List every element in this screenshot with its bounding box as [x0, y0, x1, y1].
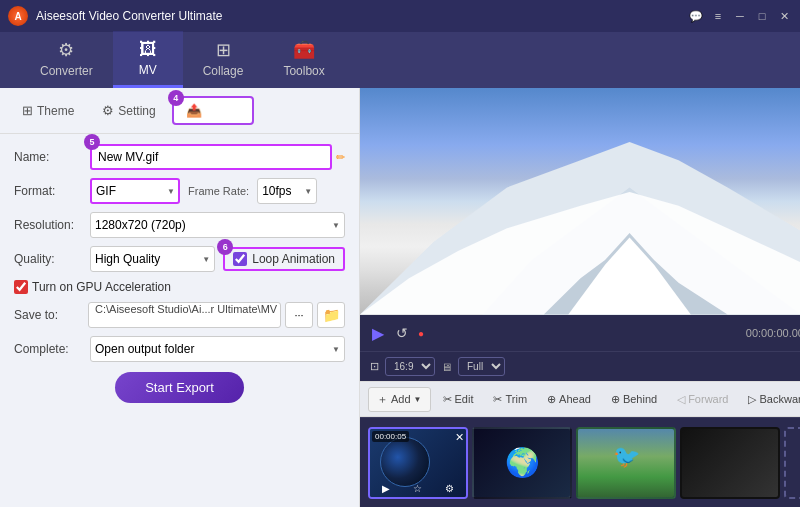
- quality-row: Quality: High Quality Medium Quality Low…: [14, 246, 345, 272]
- quality-select-wrapper: High Quality Medium Quality Low Quality: [90, 246, 215, 272]
- trim-button[interactable]: ✂ Trim: [485, 389, 535, 410]
- loop-step-badge: 6: [217, 239, 233, 255]
- filmstrip: 00:00:05 ✕ ▶ ☆ ⚙ 🌍 🐦: [360, 417, 800, 507]
- display-select[interactable]: Full Fit: [458, 357, 505, 376]
- tab-collage[interactable]: ⊞ Collage: [183, 31, 264, 88]
- loop-animation-wrapper: 6 Loop Animation: [223, 247, 345, 271]
- thumb-bg-4: [682, 429, 778, 497]
- fps-select[interactable]: 10fps 15fps 24fps 30fps: [257, 178, 317, 204]
- form-area: Name: 5 ✏ Format: GIF MP4 AVI MO: [0, 134, 359, 507]
- sub-tab-theme-wrapper: ⊞ Theme: [10, 98, 86, 123]
- ratio-select[interactable]: 16:9 4:3 1:1: [385, 357, 435, 376]
- browse-dots-button[interactable]: ···: [285, 302, 313, 328]
- loop-animation-text: Loop Animation: [252, 252, 335, 266]
- collage-icon: ⊞: [216, 39, 231, 61]
- format-row: Format: GIF MP4 AVI MOV Frame Rate: 10f: [14, 178, 345, 204]
- add-icon: ＋: [377, 392, 388, 407]
- video-controls: ▶ ↺ ● 00:00:00.00/00:01:40.16 🔊: [360, 315, 800, 351]
- thumbnail-1[interactable]: 00:00:05 ✕ ▶ ☆ ⚙: [368, 427, 468, 499]
- thumb-close-1[interactable]: ✕: [455, 431, 464, 444]
- sub-tab-setting[interactable]: ⚙ Setting: [90, 98, 167, 123]
- thumbnail-2[interactable]: 🌍: [472, 427, 572, 499]
- sub-tab-setting-wrapper: ⚙ Setting: [90, 98, 167, 123]
- converter-icon: ⚙: [58, 39, 74, 61]
- name-label: Name:: [14, 150, 84, 164]
- add-media-placeholder[interactable]: ＋: [784, 427, 800, 499]
- tab-converter[interactable]: ⚙ Converter: [20, 31, 113, 88]
- edit-label: Edit: [455, 393, 474, 405]
- loop-animation-checkbox[interactable]: [233, 252, 247, 266]
- video-controls2: ⊡ 16:9 4:3 1:1 🖥 Full Fit Start Export: [360, 351, 800, 381]
- complete-select[interactable]: Open output folder Do nothing Shut down: [90, 336, 345, 362]
- gpu-row: Turn on GPU Acceleration: [14, 280, 345, 294]
- minimize-button[interactable]: ─: [732, 8, 748, 24]
- mountain-svg: [360, 133, 800, 315]
- sub-tab-export-label: Export: [206, 104, 241, 118]
- forward-button[interactable]: ◁ Forward: [669, 389, 736, 410]
- edit-name-icon[interactable]: ✏: [336, 151, 345, 164]
- ahead-button[interactable]: ⊕ Ahead: [539, 389, 599, 410]
- gpu-label[interactable]: Turn on GPU Acceleration: [14, 280, 171, 294]
- format-select-wrapper: GIF MP4 AVI MOV: [90, 178, 180, 204]
- tab-toolbox[interactable]: 🧰 Toolbox: [263, 31, 344, 88]
- right-panel: Aiseesoft ▶ ↺ ● 00:00:00.00/00:01:40.16 …: [360, 88, 800, 507]
- thumb-time-1: 00:00:05: [372, 431, 409, 442]
- thumb-settings-1[interactable]: ⚙: [445, 483, 454, 494]
- start-export-left-button[interactable]: Start Export: [115, 372, 244, 403]
- play-button[interactable]: ▶: [370, 324, 386, 343]
- edit-icon: ✂: [443, 393, 452, 406]
- toolbox-icon: 🧰: [293, 39, 315, 61]
- close-button[interactable]: ✕: [776, 8, 792, 24]
- ahead-label: Ahead: [559, 393, 591, 405]
- loop-animation-label[interactable]: Loop Animation: [233, 252, 335, 266]
- behind-button[interactable]: ⊕ Behind: [603, 389, 665, 410]
- gpu-checkbox[interactable]: [14, 280, 28, 294]
- resolution-select[interactable]: 1280x720 (720p) 1920x1080 (1080p) 854x48…: [90, 212, 345, 238]
- format-label: Format:: [14, 184, 84, 198]
- tab-mv[interactable]: 🖼 MV: [113, 31, 183, 88]
- format-select[interactable]: GIF MP4 AVI MOV: [90, 178, 180, 204]
- quality-select[interactable]: High Quality Medium Quality Low Quality: [90, 246, 215, 272]
- setting-icon: ⚙: [102, 103, 114, 118]
- sub-tab-export[interactable]: 📤 Export: [172, 96, 255, 125]
- behind-label: Behind: [623, 393, 657, 405]
- app-title: Aiseesoft Video Converter Ultimate: [36, 9, 688, 23]
- gpu-text: Turn on GPU Acceleration: [32, 280, 171, 294]
- complete-row: Complete: Open output folder Do nothing …: [14, 336, 345, 362]
- add-button[interactable]: ＋ Add ▼: [368, 387, 431, 412]
- thumbnail-3[interactable]: 🐦: [576, 427, 676, 499]
- earth-icon: [380, 437, 430, 487]
- backward-label: Backward: [759, 393, 800, 405]
- add-label: Add: [391, 393, 411, 405]
- thumb-controls-1: ▶ ☆ ⚙: [370, 483, 466, 494]
- time-display: 00:00:00.00/00:01:40.16: [746, 327, 800, 339]
- frame-rate-label: Frame Rate:: [188, 185, 249, 197]
- main-content: ⊞ Theme ⚙ Setting 4 📤 Export: [0, 88, 800, 507]
- backward-button[interactable]: ▷ Backward: [740, 389, 800, 410]
- fps-select-wrapper: 10fps 15fps 24fps 30fps: [257, 178, 317, 204]
- name-input[interactable]: [90, 144, 332, 170]
- nav-bar: ⚙ Converter 🖼 MV ⊞ Collage 🧰 Toolbox: [0, 32, 800, 88]
- quality-wrapper: High Quality Medium Quality Low Quality …: [90, 246, 345, 272]
- thumb-play-1[interactable]: ▶: [382, 483, 390, 494]
- refresh-button[interactable]: ↺: [394, 325, 410, 341]
- name-input-wrapper: 5 ✏: [90, 144, 345, 170]
- edit-button[interactable]: ✂ Edit: [435, 389, 482, 410]
- resolution-label: Resolution:: [14, 218, 84, 232]
- menu-icon[interactable]: ≡: [710, 8, 726, 24]
- thumb-star-1[interactable]: ☆: [413, 483, 422, 494]
- name-step-badge: 5: [84, 134, 100, 150]
- export-step-badge: 4: [168, 90, 184, 106]
- toolbar: ＋ Add ▼ ✂ Edit ✂ Trim ⊕ Ahead ⊕ Behind ◁: [360, 381, 800, 417]
- complete-label: Complete:: [14, 342, 84, 356]
- open-folder-button[interactable]: 📁: [317, 302, 345, 328]
- sub-tab-theme[interactable]: ⊞ Theme: [10, 98, 86, 123]
- tab-collage-label: Collage: [203, 64, 244, 78]
- chat-icon[interactable]: 💬: [688, 8, 704, 24]
- tab-mv-label: MV: [139, 63, 157, 77]
- tab-toolbox-label: Toolbox: [283, 64, 324, 78]
- sub-tab-export-wrapper: 4 📤 Export: [172, 96, 255, 125]
- maximize-button[interactable]: □: [754, 8, 770, 24]
- thumbnail-4[interactable]: [680, 427, 780, 499]
- trim-icon: ✂: [493, 393, 502, 406]
